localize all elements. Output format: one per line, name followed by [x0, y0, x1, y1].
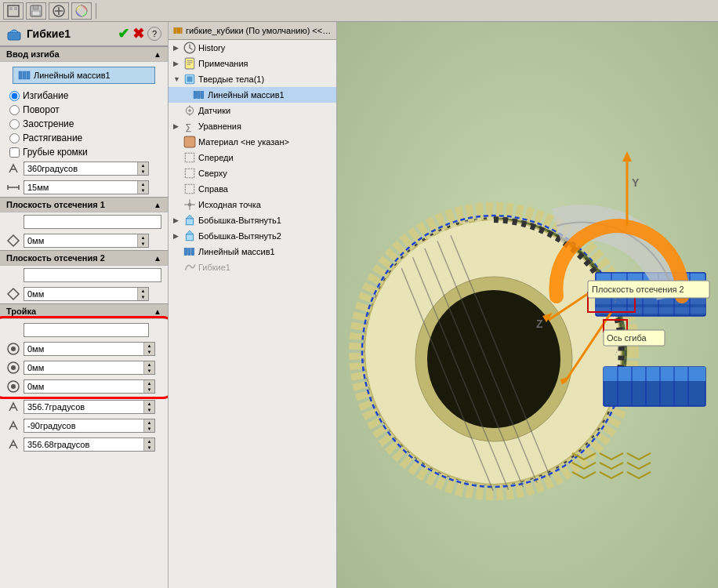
tree-node-gibkie1[interactable]: Гибкие1 [169, 260, 336, 275]
degrees-spin-down[interactable]: ▼ [138, 169, 148, 175]
troika-empty-input[interactable] [24, 323, 149, 337]
tree-node-bobыshka2[interactable]: ▶ Бобышка-Вытянуть2 [169, 228, 336, 244]
mm15-input[interactable]: 15мм [24, 181, 137, 194]
svg-marker-57 [186, 230, 193, 234]
angle2-field[interactable]: -90градусов ▲ ▼ [24, 419, 155, 433]
angle3-field[interactable]: 356.68градусов ▲ ▼ [24, 437, 155, 452]
troika-val3-spin-down[interactable]: ▼ [144, 387, 154, 393]
ploskost2-empty-input[interactable] [24, 268, 161, 282]
massiv-item[interactable]: Линейный массив1 [13, 67, 155, 84]
ploskost1-mm-input[interactable]: 0мм [24, 234, 137, 247]
troika-val1-input[interactable]: 0мм [24, 343, 143, 355]
angle2-input[interactable]: -90градусов [24, 419, 143, 432]
degrees-input[interactable]: 360градусов [24, 162, 137, 175]
tree-node-origin[interactable]: Исходная точка [169, 197, 336, 212]
ploskost1-spinbtns: ▲ ▼ [137, 234, 148, 247]
angle2-spin-down[interactable]: ▼ [144, 426, 154, 432]
angle1-field[interactable]: 356.7градусов ▲ ▼ [24, 400, 155, 414]
angle1-spin-up[interactable]: ▲ [144, 401, 154, 407]
massiv-container: Линейный массив1 [0, 62, 168, 89]
angle1-input[interactable]: 356.7градусов [24, 401, 143, 413]
ploskost1-spin-up[interactable]: ▲ [138, 234, 148, 241]
section-ploskost2[interactable]: Плоскость отсечения 2 ▲ [0, 250, 168, 266]
tree-node-lineiniy-b[interactable]: Линейный массив1 [169, 244, 336, 260]
svg-text:Z: Z [536, 318, 543, 330]
ploskost1-empty-row [0, 212, 168, 231]
section-troika[interactable]: Тройка ▲ [0, 303, 168, 319]
history-icon [183, 42, 196, 54]
mm15-spin-up[interactable]: ▲ [138, 181, 148, 187]
troika-val2-input[interactable]: 0мм [24, 361, 143, 374]
tree-node-primechania[interactable]: ▶ Примечания [169, 56, 336, 71]
troika-val1-spin-down[interactable]: ▼ [144, 349, 154, 355]
toolbar-btn-save[interactable] [26, 2, 46, 20]
angle2-spin-up[interactable]: ▲ [144, 419, 154, 426]
ploskost2-spin-down[interactable]: ▼ [138, 294, 148, 300]
ploskost2-mm-input[interactable]: 0мм [24, 288, 137, 300]
mm15-field[interactable]: 15мм ▲ ▼ [24, 180, 149, 194]
section-label-troika: Тройка [6, 307, 36, 316]
mm15-spin-down[interactable]: ▼ [138, 187, 148, 194]
ploskost2-spin-up[interactable]: ▲ [138, 288, 148, 294]
node-label-lineiniy: Линейный массив1 [208, 90, 285, 100]
angle3-spin-up[interactable]: ▲ [144, 438, 154, 445]
tree-node-tverdye[interactable]: ▼ Твердые тела(1) [169, 71, 336, 87]
svg-rect-4 [33, 5, 38, 9]
radio-izgibainie-input[interactable] [9, 91, 20, 101]
confirm-button[interactable]: ✔ [118, 25, 129, 42]
troika-val3-input[interactable]: 0мм [24, 380, 143, 393]
cancel-button[interactable]: ✖ [132, 25, 144, 42]
radio-izgibainie[interactable]: Изгибание [0, 89, 168, 103]
svg-rect-80 [604, 367, 705, 381]
troika-val1-field[interactable]: 0мм ▲ ▼ [24, 342, 155, 356]
degrees-spin-up[interactable]: ▲ [138, 162, 148, 169]
tree-node-spereди[interactable]: Спереди [169, 150, 336, 165]
toolbar-btn-color[interactable] [71, 2, 92, 20]
degrees-field[interactable]: 360градусов ▲ ▼ [24, 162, 149, 176]
svg-rect-29 [174, 27, 177, 33]
help-button[interactable]: ? [147, 27, 161, 41]
radio-povorot-input[interactable] [9, 105, 20, 115]
radio-zaostrenie[interactable]: Заострение [0, 117, 168, 131]
radio-povorot[interactable]: Поворот [0, 103, 168, 117]
tree-node-lineiniy[interactable]: Линейный массив1 [169, 87, 336, 103]
tree-node-history[interactable]: ▶ History [169, 40, 336, 56]
tree-node-bobыshka1[interactable]: ▶ Бобышка-Вытянуть1 [169, 212, 336, 228]
ploskost1-mm-field[interactable]: 0мм ▲ ▼ [24, 234, 149, 248]
svg-rect-54 [186, 219, 193, 225]
angle3-spin-down[interactable]: ▼ [144, 445, 154, 451]
ploskost2-mm-field[interactable]: 0мм ▲ ▼ [24, 287, 149, 301]
troika-val2-spin-up[interactable]: ▲ [144, 361, 154, 368]
section-ploskost1[interactable]: Плоскость отсечения 1 ▲ [0, 197, 168, 212]
tree-node-uravneniya[interactable]: ▶ ∑ Уравнения [169, 118, 336, 134]
radio-zaostrenie-input[interactable] [9, 119, 20, 129]
angle1-spin-down[interactable]: ▼ [144, 407, 154, 413]
tree-node-datchiki[interactable]: Датчики [169, 103, 336, 118]
tree-node-material[interactable]: Материал <не указан> [169, 134, 336, 150]
troika-val3-field[interactable]: 0мм ▲ ▼ [24, 379, 155, 394]
radio-rastyagivanie[interactable]: Растягивание [0, 131, 168, 145]
ploskost2-spacer [6, 268, 20, 282]
toolbar-btn-1[interactable] [3, 2, 24, 20]
angle3-input[interactable]: 356.68градусов [24, 438, 143, 451]
radio-rastyagivanie-input[interactable] [9, 133, 20, 143]
troika-val2-field[interactable]: 0мм ▲ ▼ [24, 361, 155, 375]
section-vvod-izgiba[interactable]: Ввод изгиба ▲ [0, 46, 168, 62]
checkbox-grube[interactable]: Грубые кромки [0, 145, 168, 159]
troika-val2-spin-down[interactable]: ▼ [144, 368, 154, 374]
checkbox-grube-input[interactable] [9, 147, 20, 158]
ploskost1-spin-down[interactable]: ▼ [138, 241, 148, 247]
tree-node-sprava[interactable]: Справа [169, 181, 336, 197]
troika-val2-spinbtns: ▲ ▼ [143, 361, 154, 374]
feature-icon [6, 26, 22, 42]
troika-val3-spin-up[interactable]: ▲ [144, 380, 154, 387]
solid-icon [183, 73, 196, 85]
tree-node-sverkhu[interactable]: Сверху [169, 165, 336, 181]
node-label-tverdye: Твердые тела(1) [198, 74, 264, 84]
main-viewport[interactable]: Y Z [337, 22, 718, 588]
ploskost1-empty-input[interactable] [24, 215, 161, 229]
angle2-icon [6, 419, 20, 433]
toolbar-btn-plus[interactable] [49, 2, 69, 20]
radio-povorot-label: Поворот [23, 104, 60, 115]
troika-val1-spin-up[interactable]: ▲ [144, 343, 154, 349]
